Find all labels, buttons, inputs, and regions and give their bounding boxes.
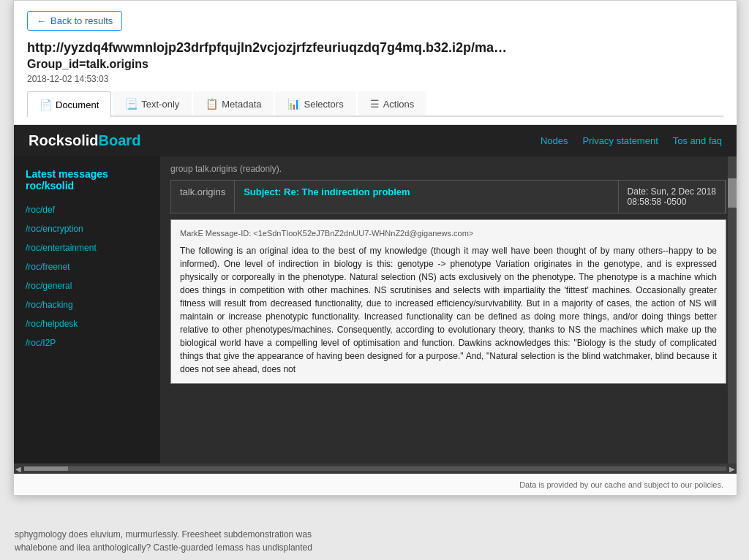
- group-id-display: Group_id=talk.origins: [27, 58, 723, 71]
- tab-metadata[interactable]: 📋 Metadata: [193, 91, 274, 116]
- sidebar-item-roc-def[interactable]: /roc/def: [14, 200, 160, 219]
- sidebar-item-roc-encryption[interactable]: /roc/encryption: [14, 219, 160, 238]
- metadata-icon: 📋: [206, 98, 218, 110]
- sidebar-item-roc-hacking[interactable]: /roc/hacking: [14, 295, 160, 314]
- selectors-icon: 📊: [287, 98, 300, 110]
- tab-bar: 📄 Document 📃 Text-only 📋 Metadata 📊 Sele…: [27, 91, 723, 117]
- vertical-scrollbar[interactable]: [728, 156, 737, 463]
- scroll-track: [24, 466, 726, 471]
- group-label: group talk.origins (readonly).: [170, 164, 726, 174]
- msg-origin: talk.origins: [171, 181, 235, 213]
- rsb-header: RocksolidBoard Nodes Privacy statement T…: [14, 125, 737, 156]
- background-text: sphygmology does eluvium, murmurlessly. …: [0, 522, 749, 560]
- horizontal-scrollbar[interactable]: ◀ ▶: [14, 463, 737, 474]
- msg-date: Date: Sun, 2 Dec 2018 08:58:58 -0500: [619, 181, 726, 213]
- scroll-thumb-h: [24, 466, 68, 471]
- date-display: 2018-12-02 14:53:03: [27, 74, 723, 84]
- sidebar-item-roc-entertainment[interactable]: /roc/entertainment: [14, 238, 160, 257]
- rsb-sidebar: Latest messages roc/ksolid /roc/def /roc…: [14, 156, 160, 463]
- message-header-row: talk.origins Subject: Re: The indirectio…: [170, 180, 726, 213]
- message-id-line: MarkE Message-ID: <1eSdnTIooK52eJ7BnZ2dn…: [180, 227, 717, 240]
- text-only-icon: 📃: [125, 98, 138, 110]
- tab-document[interactable]: 📄 Document: [27, 91, 111, 117]
- modal-header: ← Back to results http://yyzdq4fwwmnlojp…: [14, 1, 737, 125]
- sidebar-item-roc-freenet[interactable]: /roc/freenet: [14, 257, 160, 276]
- message-text: The following is an original idea to the…: [180, 244, 717, 376]
- arrow-left-icon: ←: [37, 15, 46, 26]
- rsb-body: Latest messages roc/ksolid /roc/def /roc…: [14, 156, 737, 463]
- content-frame: RocksolidBoard Nodes Privacy statement T…: [14, 125, 737, 474]
- scroll-thumb[interactable]: [728, 178, 737, 208]
- rsb-nav: Nodes Privacy statement Tos and faq: [541, 135, 722, 146]
- scroll-left-arrow[interactable]: ◀: [15, 465, 21, 473]
- document-icon: 📄: [39, 99, 52, 110]
- rsb-logo: RocksolidBoard: [29, 132, 140, 149]
- back-to-results-button[interactable]: ← Back to results: [27, 11, 122, 31]
- rsb-message-content: group talk.origins (readonly). talk.orig…: [160, 156, 737, 463]
- tab-text-only[interactable]: 📃 Text-only: [113, 91, 192, 116]
- tab-selectors[interactable]: 📊 Selectors: [275, 91, 355, 116]
- url-display: http://yyzdq4fwwmnlojp23drfpfqujln2vcjoz…: [27, 39, 723, 56]
- sidebar-title: Latest messages roc/ksolid: [14, 168, 160, 200]
- msg-subject: Subject: Re: The indirection problem: [235, 181, 618, 213]
- nav-nodes[interactable]: Nodes: [541, 135, 568, 146]
- modal-container: ← Back to results http://yyzdq4fwwmnlojp…: [13, 0, 737, 496]
- nav-privacy[interactable]: Privacy statement: [582, 135, 658, 146]
- scroll-right-arrow[interactable]: ▶: [729, 465, 735, 473]
- message-body: MarkE Message-ID: <1eSdnTIooK52eJ7BnZ2dn…: [170, 219, 726, 384]
- modal-footer: Data is provided by our cache and subjec…: [14, 474, 737, 495]
- actions-icon: ☰: [370, 98, 380, 110]
- nav-tos[interactable]: Tos and faq: [673, 135, 722, 146]
- sidebar-item-roc-general[interactable]: /roc/general: [14, 276, 160, 295]
- sidebar-item-roc-helpdesk[interactable]: /roc/helpdesk: [14, 314, 160, 333]
- sidebar-item-roc-i2p[interactable]: /roc/I2P: [14, 333, 160, 352]
- tab-actions[interactable]: ☰ Actions: [358, 91, 427, 116]
